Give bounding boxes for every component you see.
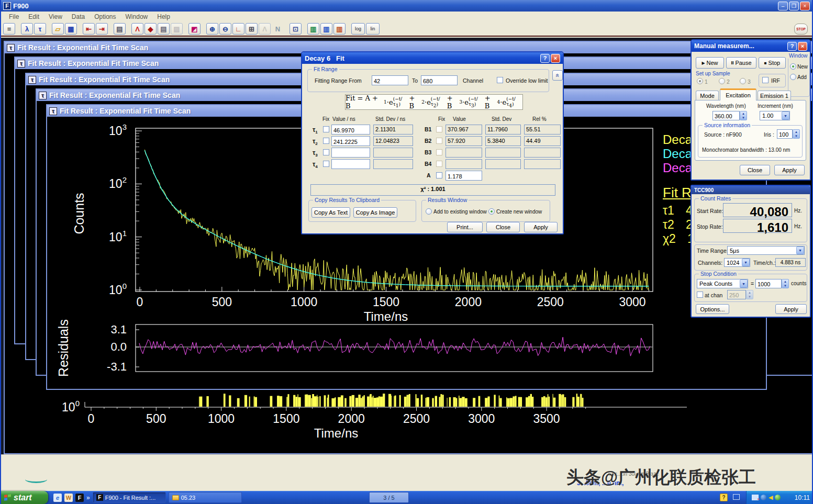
add-to-existing-radio[interactable] <box>426 208 432 215</box>
copy-as-image-button[interactable]: Copy As Image <box>353 207 397 218</box>
stop-counts-spinner[interactable]: ▲▼ <box>782 279 789 288</box>
iris-input[interactable] <box>777 129 793 139</box>
close-icon[interactable]: × <box>551 54 560 63</box>
msn-quicklaunch-icon[interactable]: W <box>64 494 73 502</box>
open-file-icon[interactable]: ▱ <box>52 23 64 35</box>
tau-scan-icon[interactable]: τ <box>34 23 46 35</box>
ie-quicklaunch-icon[interactable]: e <box>53 494 62 502</box>
stamp-icon[interactable]: ▨ <box>171 23 183 35</box>
start-button[interactable]: start <box>0 491 48 504</box>
volume-icon[interactable]: ◀ <box>769 494 773 501</box>
tcc-apply-button[interactable]: Apply <box>775 304 807 314</box>
options-button[interactable]: Options... <box>696 304 729 314</box>
wavelength-input[interactable] <box>712 111 740 120</box>
chevron-down-icon[interactable]: ▼ <box>796 247 804 254</box>
nvidia-tray-icon[interactable] <box>775 495 781 500</box>
combine-scans-icon[interactable]: ▥ <box>307 23 319 35</box>
tau-value-input[interactable] <box>331 125 370 135</box>
fit-range-to-input[interactable] <box>421 75 458 85</box>
fit-curve-icon[interactable]: Λ <box>131 23 143 35</box>
wavelength-spinner[interactable]: ▲▼ <box>740 111 747 120</box>
menu-data[interactable]: Data <box>67 12 90 21</box>
dialog-apply-button[interactable]: Apply <box>524 222 558 232</box>
diamond-tool-icon[interactable]: ◆ <box>144 23 157 35</box>
menu-toggle-icon[interactable]: ≡ <box>3 23 15 35</box>
menu-help[interactable]: Help <box>152 12 175 21</box>
fit-range-from-input[interactable] <box>372 75 408 85</box>
help-icon[interactable]: ? <box>540 54 550 63</box>
fix-b-checkbox[interactable] <box>436 149 442 155</box>
tab-emission-1[interactable]: Emission 1 <box>758 91 791 100</box>
tau-value-input[interactable] <box>331 148 370 158</box>
stop-round-button[interactable]: STOP <box>794 24 808 35</box>
fix-a-checkbox[interactable] <box>436 172 442 178</box>
print-icon[interactable]: ▤ <box>114 23 126 35</box>
page-indicator[interactable]: 3 / 5 <box>369 492 409 503</box>
tau-value-input[interactable] <box>331 159 370 169</box>
lambda-scan-icon[interactable]: λ <box>21 23 33 35</box>
fix-tau-checkbox[interactable] <box>323 138 329 144</box>
zoom-in-icon[interactable]: ⊕ <box>206 23 218 35</box>
chevron-down-icon[interactable]: ▼ <box>782 111 789 120</box>
lin-scale-button[interactable]: lin <box>366 23 380 35</box>
irf-checkbox[interactable] <box>762 77 769 83</box>
manual-measurement-panel[interactable]: Manual measurem... ? × ▶ New II Pause ■ … <box>691 39 811 181</box>
fix-b-checkbox[interactable] <box>436 138 442 144</box>
updates-icon[interactable] <box>761 495 766 500</box>
sample-1-radio[interactable] <box>697 78 703 84</box>
fix-tau-checkbox[interactable] <box>323 149 329 155</box>
import-data-icon[interactable]: ⇤ <box>83 23 95 35</box>
menu-view[interactable]: View <box>44 12 67 21</box>
fix-b-checkbox[interactable] <box>436 126 442 132</box>
peak-icon[interactable]: Λ <box>259 23 271 35</box>
window-new-radio[interactable] <box>790 63 796 70</box>
sample-3-radio[interactable] <box>740 78 746 84</box>
normalise-icon[interactable]: N <box>272 23 284 35</box>
report-icon[interactable]: ▤ <box>158 23 170 35</box>
time-range-dropdown[interactable]: 5μs <box>727 246 805 255</box>
f900-quicklaunch-icon[interactable]: F <box>75 494 84 502</box>
close-button[interactable]: × <box>800 2 810 10</box>
window-properties-icon[interactable]: ⊡ <box>289 23 302 35</box>
pause-measurement-button[interactable]: II Pause <box>726 57 756 69</box>
zoom-out-icon[interactable]: ⊖ <box>219 23 231 35</box>
create-new-window-radio[interactable] <box>488 208 495 215</box>
grid-icon[interactable]: ⊞ <box>246 23 258 35</box>
tcc900-panel[interactable]: TCC900 Count Rates Start Rate: 40,080 Hz… <box>691 185 811 318</box>
tau-value-input[interactable] <box>331 136 370 146</box>
task-button[interactable]: FF900 - Fit Result :... <box>93 492 166 503</box>
stop-measurement-button[interactable]: ■ Stop <box>759 57 786 69</box>
iris-spinner[interactable]: ▲▼ <box>793 129 800 139</box>
window-add-radio[interactable] <box>790 74 796 80</box>
at-chan-spinner[interactable]: ▲▼ <box>746 290 753 299</box>
window-tray-icon[interactable] <box>733 494 740 500</box>
at-chan-checkbox[interactable] <box>697 292 703 298</box>
stop-counts-input[interactable] <box>755 279 782 288</box>
fix-b-checkbox[interactable] <box>436 161 442 167</box>
save-icon[interactable]: ▦ <box>65 23 77 35</box>
copy-as-text-button[interactable]: Copy As Text <box>311 207 350 218</box>
log-scale-button[interactable]: log <box>351 23 365 35</box>
menu-window[interactable]: Window <box>121 12 153 21</box>
override-checkbox[interactable] <box>497 77 503 83</box>
collapse-chevron-button[interactable]: « <box>552 70 563 81</box>
chevron-down-icon[interactable]: ▼ <box>740 279 748 288</box>
dialog-close-button[interactable]: Close <box>486 222 520 232</box>
menu-file[interactable]: File <box>4 12 24 21</box>
manual-close-button[interactable]: Close <box>740 165 770 175</box>
export-data-icon[interactable]: ⇥ <box>96 23 108 35</box>
menu-edit[interactable]: Edit <box>24 12 44 21</box>
close-icon[interactable]: × <box>798 42 807 51</box>
print-button[interactable]: Print... <box>447 222 483 232</box>
quicklaunch-overflow-chevron[interactable]: » <box>86 494 90 501</box>
task-button[interactable]: 05.23 <box>169 492 242 503</box>
at-chan-input[interactable] <box>727 290 746 299</box>
minimize-button[interactable]: – <box>778 2 788 10</box>
chevron-down-icon[interactable]: ▼ <box>742 259 750 266</box>
help-icon[interactable]: ? <box>787 42 797 51</box>
manual-apply-button[interactable]: Apply <box>774 165 805 175</box>
scale-scans-icon[interactable]: ▥ <box>320 23 332 35</box>
restore-button[interactable]: ❐ <box>789 2 799 10</box>
decay-fit-dialog[interactable]: Decay 6 Fit ? × Fit Range Fitting Range … <box>301 51 564 234</box>
sample-2-radio[interactable] <box>719 78 725 84</box>
